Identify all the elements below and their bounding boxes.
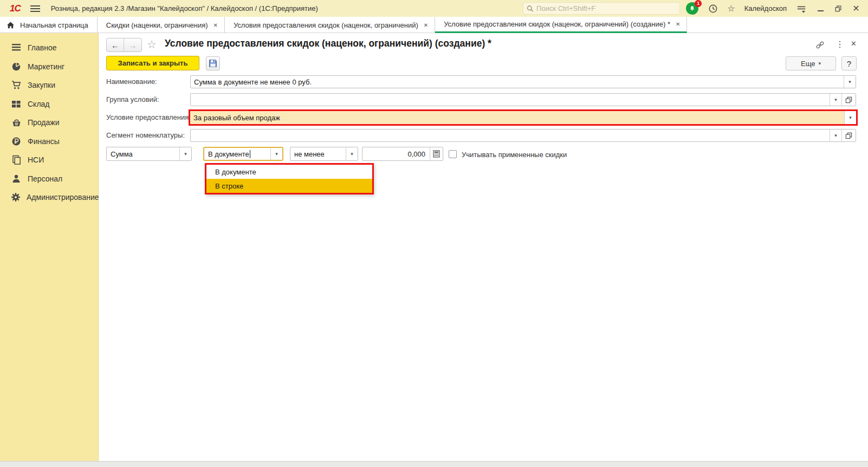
tab-bar: Начальная страница Скидки (наценки, огра…	[0, 17, 868, 33]
help-button[interactable]: ?	[841, 56, 857, 70]
group-dropdown-button[interactable]: ▾	[830, 94, 841, 106]
condition-field-value: За разовый объем продаж	[193, 114, 280, 122]
sidebar-item-personnel[interactable]: Персонал	[0, 170, 98, 189]
tab-discounts[interactable]: Скидки (наценки, ограничения) ✕	[98, 17, 225, 33]
add-to-favorites-star-icon[interactable]: ☆	[147, 38, 157, 51]
name-field-value: Сумма в документе не менее 0 руб.	[191, 76, 844, 88]
basket-icon	[11, 118, 22, 127]
notifications-button[interactable]: 1	[686, 2, 699, 15]
search-icon	[527, 5, 534, 12]
amount-field[interactable]: 0,000	[362, 147, 443, 161]
sidebar-item-sales[interactable]: Продажи	[0, 113, 98, 132]
sidebar-item-label: Маркетинг	[28, 62, 64, 71]
tab-close-icon[interactable]: ✕	[424, 22, 428, 28]
search-input[interactable]	[536, 4, 676, 12]
segment-dropdown-button[interactable]: ▾	[830, 129, 841, 141]
open-window-icon	[845, 132, 852, 139]
forward-button[interactable]: →	[124, 38, 141, 51]
sidebar-item-label: Склад	[28, 100, 50, 108]
segment-field-value	[191, 129, 830, 141]
window-close-button[interactable]: ✕	[852, 4, 860, 13]
home-icon	[7, 21, 15, 29]
chevron-down-icon: ▾	[834, 133, 837, 138]
service-menu-icon[interactable]	[796, 4, 807, 14]
consider-discounts-label: Учитывать примененные скидки	[462, 151, 567, 159]
section-sidebar: Главное Маркетинг Закупки	[0, 33, 99, 461]
dropdown-option-in-document[interactable]: В документе	[206, 165, 372, 179]
metric-combobox[interactable]: Сумма ▾	[106, 147, 192, 161]
sidebar-item-main[interactable]: Главное	[0, 38, 98, 57]
tab-home[interactable]: Начальная страница	[0, 17, 98, 33]
name-field[interactable]: Сумма в документе не менее 0 руб. ▾	[190, 75, 856, 88]
tab-discount-conditions-list[interactable]: Условия предоставления скидок (наценок, …	[225, 17, 435, 33]
tab-close-icon[interactable]: ✕	[213, 22, 218, 28]
sidebar-item-finance[interactable]: Финансы	[0, 132, 98, 151]
save-button[interactable]	[206, 56, 220, 70]
back-button[interactable]: ←	[107, 38, 124, 51]
segment-open-button[interactable]	[841, 129, 856, 141]
app-title: Розница, редакция 2.3 /Магазин "Калейдос…	[51, 4, 318, 12]
chevron-down-icon: ▾	[351, 151, 353, 157]
scope-combobox[interactable]: В документе ▾	[203, 147, 283, 161]
forward-arrow-icon: →	[129, 41, 137, 50]
open-window-icon	[845, 96, 852, 103]
group-field[interactable]: ▾	[190, 93, 856, 106]
menu-lines-icon	[11, 43, 22, 53]
more-button-label: Еще	[801, 60, 815, 68]
favorites-star-icon[interactable]: ☆	[727, 4, 735, 13]
consider-discounts-checkbox[interactable]	[449, 150, 457, 158]
comparison-combobox[interactable]: не менее ▾	[290, 147, 358, 161]
more-actions-kebab-icon[interactable]: ⋮	[835, 39, 844, 49]
current-user-label[interactable]: Калейдоскоп	[744, 4, 787, 12]
form-close-icon[interactable]: ✕	[851, 40, 857, 48]
tab-label: Условие предоставления скидок (наценок, …	[444, 20, 670, 28]
tab-label: Начальная страница	[20, 21, 88, 29]
chevron-down-icon: ▾	[849, 115, 852, 120]
sidebar-item-administration[interactable]: Администрирование	[0, 188, 98, 207]
sidebar-item-purchases[interactable]: Закупки	[0, 76, 98, 95]
group-open-button[interactable]	[841, 94, 856, 106]
scope-dropdown-button[interactable]: ▾	[270, 148, 282, 160]
restore-button[interactable]	[834, 4, 843, 13]
chevron-down-icon: ▾	[184, 151, 187, 157]
group-field-label: Группа условий:	[106, 95, 159, 103]
history-nav-buttons: ← →	[106, 38, 142, 52]
condition-dropdown-button[interactable]: ▾	[844, 111, 856, 124]
condition-field[interactable]: За разовый объем продаж	[190, 111, 844, 124]
more-button[interactable]: Еще ▾	[786, 56, 836, 70]
tab-discount-condition-new[interactable]: Условие предоставления скидок (наценок, …	[435, 17, 687, 33]
segment-field[interactable]: ▾	[190, 129, 856, 142]
sidebar-item-label: НСИ	[28, 155, 44, 164]
close-icon: ✕	[852, 4, 859, 13]
sidebar-item-label: Персонал	[28, 174, 62, 183]
warehouse-grid-icon	[11, 99, 22, 109]
segment-field-label: Сегмент номенклатуры:	[106, 131, 185, 139]
pages-icon	[11, 155, 22, 165]
metric-dropdown-button[interactable]: ▾	[179, 147, 191, 160]
back-arrow-icon: ←	[111, 41, 119, 50]
person-icon	[11, 174, 22, 184]
history-icon[interactable]	[708, 4, 718, 14]
global-search[interactable]	[523, 2, 680, 15]
save-and-close-button[interactable]: Записать и закрыть	[106, 56, 199, 70]
calculator-icon	[433, 150, 440, 158]
name-dropdown-button[interactable]: ▾	[844, 76, 856, 88]
calculator-button[interactable]	[430, 147, 443, 160]
dropdown-option-in-row[interactable]: В строке	[206, 179, 372, 193]
scope-value: В документе	[208, 150, 249, 158]
1c-logo-icon: 1С	[10, 3, 21, 14]
cart-icon	[11, 80, 22, 90]
name-field-label: Наименование:	[106, 77, 157, 86]
app-window: 1С Розница, редакция 2.3 /Магазин "Калей…	[0, 0, 868, 467]
scope-dropdown-list: В документе В строке	[205, 163, 374, 194]
minimize-button[interactable]	[816, 4, 825, 13]
sidebar-item-label: Главное	[28, 43, 57, 52]
sidebar-item-warehouse[interactable]: Склад	[0, 95, 98, 114]
chevron-down-icon: ▾	[275, 151, 278, 157]
main-menu-icon[interactable]	[30, 4, 40, 14]
get-link-icon[interactable]	[815, 41, 825, 49]
tab-close-icon[interactable]: ✕	[676, 21, 680, 27]
sidebar-item-marketing[interactable]: Маркетинг	[0, 57, 98, 76]
comparison-dropdown-button[interactable]: ▾	[346, 147, 358, 160]
sidebar-item-nsi[interactable]: НСИ	[0, 151, 98, 170]
